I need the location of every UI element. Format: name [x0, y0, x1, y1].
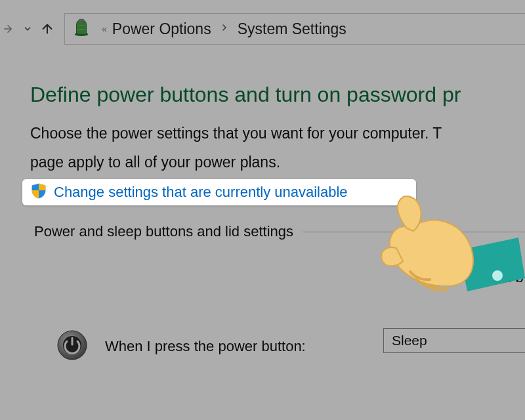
power-button-dropdown[interactable]: Sleep [383, 328, 525, 353]
svg-rect-1 [79, 19, 84, 22]
lead-line-2: page apply to all of your power plans. [30, 152, 525, 173]
up-arrow-icon[interactable] [39, 21, 55, 37]
overflow-chevrons-icon[interactable]: « [102, 24, 107, 34]
breadcrumb[interactable]: « Power Options System Settings [64, 13, 525, 45]
page-title: Define power buttons and turn on passwor… [30, 83, 525, 107]
pointing-hand-icon [368, 188, 525, 315]
power-icon [56, 329, 88, 364]
unlock-settings-link[interactable]: Change settings that are currently unava… [54, 184, 348, 201]
section-heading-label: Power and sleep buttons and lid settings [34, 223, 293, 240]
chevron-right-icon [220, 22, 228, 36]
power-button-row: When I press the power button: [56, 329, 306, 364]
content-area: Define power buttons and turn on passwor… [30, 83, 525, 180]
unlock-settings-row[interactable]: Change settings that are currently unava… [22, 179, 416, 205]
breadcrumb-item-power-options[interactable]: Power Options [112, 20, 211, 38]
breadcrumb-item-system-settings[interactable]: System Settings [238, 20, 346, 38]
navbar: « Power Options System Settings [0, 10, 525, 47]
section-heading: Power and sleep buttons and lid settings [34, 223, 525, 240]
power-button-label: When I press the power button: [105, 338, 306, 355]
section-rule [303, 232, 525, 232]
lead-line-1: Choose the power settings that you want … [30, 123, 525, 144]
on-battery-label: On b [492, 269, 524, 286]
history-dropdown-icon[interactable] [20, 21, 35, 37]
shield-icon [32, 183, 46, 201]
forward-arrow-icon[interactable] [0, 21, 16, 37]
power-button-dropdown-value: Sleep [392, 333, 427, 348]
battery-icon [72, 17, 91, 41]
